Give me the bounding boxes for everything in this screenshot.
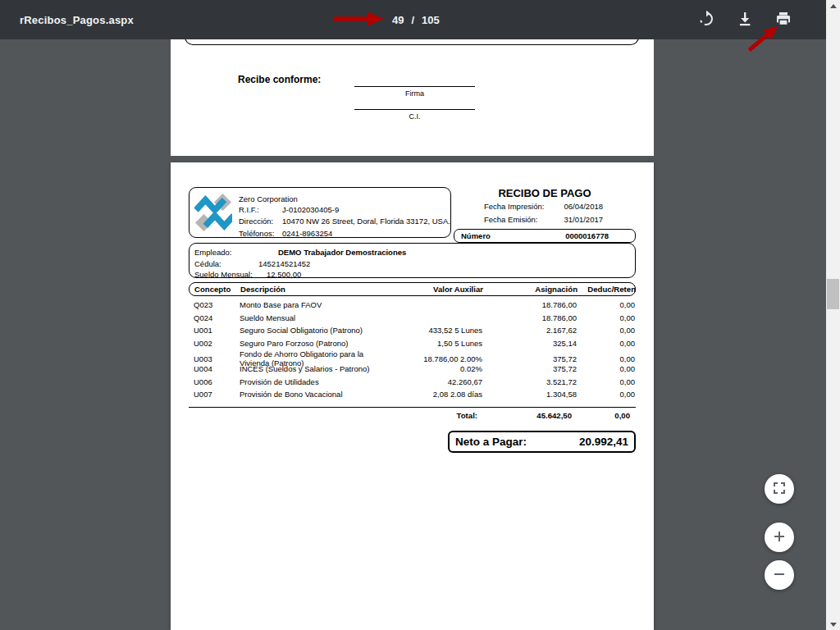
table-cell: 2.167,62 <box>482 326 577 335</box>
fecha-impresion-row: Fecha Impresión: 06/04/2018 <box>454 202 636 212</box>
header-deduc-reten: Deduc/Reten <box>578 285 636 294</box>
table-cell: 0,00 <box>577 339 635 348</box>
rotate-icon <box>698 11 714 30</box>
page-current[interactable]: 49 <box>392 14 404 26</box>
direccion-value: 10470 NW 26 Street, Doral, Florida 33172… <box>282 217 450 226</box>
table-cell: Seguro Social Obligatorio (Patrono) <box>240 326 384 335</box>
scrollbar-down-icon[interactable] <box>826 619 840 630</box>
rotate-button[interactable] <box>696 10 716 30</box>
page-indicator[interactable]: 49 / 105 <box>392 0 440 39</box>
pdf-page-current: Zero Corporation R.I.F.: J-0102030405-9 … <box>171 162 654 630</box>
company-box: Zero Corporation R.I.F.: J-0102030405-9 … <box>189 187 451 238</box>
table-row: Q023Monto Base para FAOV18.786,000,00 <box>194 299 631 312</box>
pdf-toolbar: rRecibos_Pagos.aspx 49 / 105 <box>0 0 826 39</box>
table-cell: 0,00 <box>577 390 635 399</box>
table-cell: U006 <box>194 377 240 386</box>
total-deduc: 0,00 <box>572 411 630 420</box>
annotation-arrow-page-icon <box>333 11 384 30</box>
signature-line <box>354 86 475 87</box>
rif-label: R.I.F.: <box>239 205 259 214</box>
table-row: Q024Sueldo Mensual18.786,000,00 <box>194 312 631 325</box>
table-cell: 433,52 5 Lunes <box>384 326 482 335</box>
fecha-impresion-value: 06/04/2018 <box>564 202 603 211</box>
table-header: Concepto Descripción Valor Auxiliar Asig… <box>189 282 636 296</box>
table-row: U007Provisión de Bono Vacacional2,08 2.0… <box>194 388 631 401</box>
table-cell: Provisión de Bono Vacacional <box>240 390 384 399</box>
total-asignacion: 45.642,50 <box>477 411 572 420</box>
fecha-emision-row: Fecha Emisión: 31/01/2017 <box>454 215 636 226</box>
pdf-page-previous: Recibe conforme: Firma C.I. https://efac… <box>171 39 654 156</box>
cedula-value: 145214521452 <box>258 259 310 268</box>
table-cell: 18.786,00 2.00% <box>384 354 482 363</box>
table-cell: 0,00 <box>577 377 635 386</box>
empleado-value: DEMO Trabajador Demostraciones <box>278 248 406 257</box>
table-cell: 0,00 <box>577 364 635 373</box>
sueldo-label: Sueldo Mensual: <box>194 270 253 279</box>
download-button[interactable] <box>735 10 755 30</box>
company-rif: R.I.F.: J-0102030405-9 <box>239 205 259 214</box>
header-descripcion: Descripción <box>240 285 385 294</box>
company-logo-icon <box>194 192 232 235</box>
fecha-emision-label: Fecha Emisión: <box>484 215 537 224</box>
recibe-conforme-label: Recibe conforme: <box>238 74 321 85</box>
page-total: 105 <box>422 14 440 26</box>
table-cell: 0,00 <box>577 300 635 309</box>
fit-to-page-button[interactable] <box>765 474 794 504</box>
total-row: Total: 45.642,50 0,00 <box>189 411 636 420</box>
table-row: U001Seguro Social Obligatorio (Patrono)4… <box>194 324 631 337</box>
ci-block: C.I. <box>354 109 475 121</box>
company-address: Dirección: 10470 NW 26 Street, Doral, Fl… <box>239 217 273 226</box>
table-cell: INCES (Sueldos y Salarios - Patrono) <box>240 364 384 373</box>
empleado-row: Empleado: DEMO Trabajador Demostraciones <box>194 248 231 257</box>
receipt-title: RECIBO DE PAGO <box>454 187 636 199</box>
table-cell: U002 <box>194 339 240 348</box>
fullscreen-icon <box>774 482 785 496</box>
ci-label: C.I. <box>354 112 475 121</box>
fecha-impresion-label: Fecha Impresión: <box>484 202 544 211</box>
table-cell: 0,00 <box>577 326 635 335</box>
numero-label: Número <box>461 231 491 240</box>
table-cell: 42.260,67 <box>384 377 482 386</box>
numero-box: Número 0000016778 <box>454 229 636 243</box>
fecha-emision-value: 31/01/2017 <box>564 215 603 224</box>
table-cell: U007 <box>194 390 240 399</box>
receipt-header: RECIBO DE PAGO Fecha Impresión: 06/04/20… <box>454 187 636 243</box>
header-asignacion: Asignación <box>483 285 578 294</box>
document-title: rRecibos_Pagos.aspx <box>20 14 134 26</box>
table-cell: 325,14 <box>482 339 577 348</box>
cedula-row: Cédula: 145214521452 <box>194 259 221 268</box>
table-cell: 1.304,58 <box>482 390 577 399</box>
table-cell: U004 <box>194 364 240 373</box>
table-cell: 18.786,00 <box>482 300 577 309</box>
table-cell: U001 <box>194 326 240 335</box>
company-phones: Teléfonos: 0241-8963254 <box>239 229 274 238</box>
firma-label: Firma <box>354 89 475 98</box>
signature-block: Firma <box>354 86 475 98</box>
scrollbar-thumb[interactable] <box>827 279 839 309</box>
header-concepto: Concepto <box>194 285 240 294</box>
zoom-out-button[interactable] <box>765 560 794 590</box>
table-cell: Provisión de Utilidades <box>240 377 384 386</box>
table-cell: 18.786,00 <box>482 313 577 322</box>
scrollbar-up-icon[interactable] <box>826 0 840 11</box>
table-cell: 375,72 <box>482 354 577 363</box>
neto-label: Neto a Pagar: <box>455 436 527 448</box>
header-valor-auxiliar: Valor Auxiliar <box>385 285 483 294</box>
download-icon <box>737 11 753 30</box>
table-cell: 0,00 <box>577 313 635 322</box>
total-rule <box>189 407 636 408</box>
table-row: U004INCES (Sueldos y Salarios - Patrono)… <box>194 363 631 376</box>
scrollbar[interactable] <box>826 0 840 630</box>
minus-icon <box>774 568 785 582</box>
employee-box: Empleado: DEMO Trabajador Demostraciones… <box>189 243 636 278</box>
neto-a-pagar-box: Neto a Pagar: 20.992,41 <box>448 431 636 453</box>
cedula-label: Cédula: <box>194 259 221 268</box>
company-name: Zero Corporation <box>239 194 298 203</box>
ci-line <box>354 109 475 110</box>
zoom-in-button[interactable] <box>765 523 794 552</box>
table-cell: 0.02% <box>384 364 482 373</box>
table-cell: Sueldo Mensual <box>240 313 384 322</box>
table-row: U002Seguro Paro Forzoso (Patrono)1,50 5 … <box>194 337 631 350</box>
table-body: Q023Monto Base para FAOV18.786,000,00Q02… <box>189 299 636 401</box>
telefonos-label: Teléfonos: <box>239 229 274 238</box>
